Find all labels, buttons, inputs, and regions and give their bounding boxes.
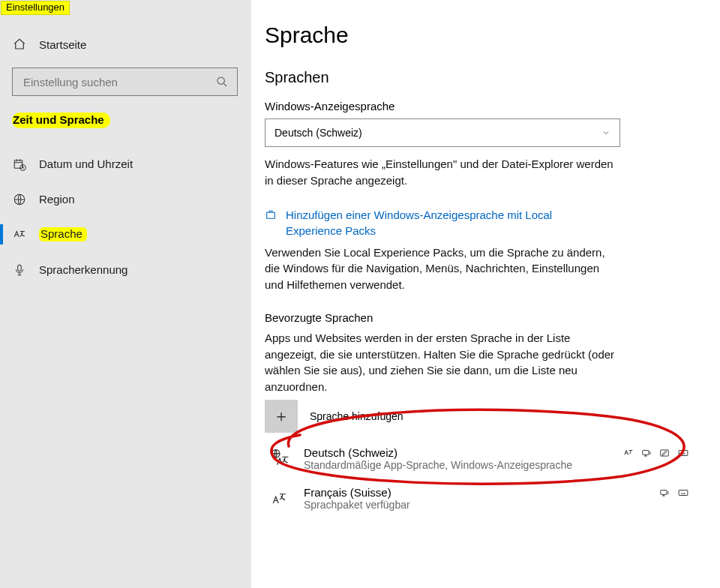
svg-rect-8 <box>679 450 688 455</box>
languages-heading: Sprachen <box>265 69 690 86</box>
sidebar-nav: Datum und Uhrzeit Region Sprache <box>12 146 238 287</box>
feature-display-icon <box>622 448 634 458</box>
microphone-icon <box>12 263 27 277</box>
nav-home[interactable]: Startseite <box>12 28 238 60</box>
section-heading: Zeit und Sprache <box>12 112 110 128</box>
nav-item-label: Datum und Uhrzeit <box>39 158 133 170</box>
chevron-down-icon <box>602 128 610 137</box>
svg-rect-9 <box>661 490 667 494</box>
nav-item-label: Sprache <box>39 227 87 242</box>
feature-keyboard-icon <box>676 488 690 498</box>
search-box[interactable] <box>12 68 238 96</box>
language-features <box>622 448 690 458</box>
nav-item-label: Spracherkennung <box>39 263 128 276</box>
plus-icon: ＋ <box>265 400 298 433</box>
search-input[interactable] <box>22 75 216 89</box>
sidebar: Einstellungen Startseite Zeit und Sprach… <box>0 0 251 588</box>
svg-rect-6 <box>643 450 649 454</box>
feature-tts-icon <box>658 488 670 498</box>
language-pack-icon <box>269 448 292 469</box>
nav-item-label: Region <box>39 193 75 206</box>
language-item-fr[interactable]: Français (Suisse) Sprachpaket verfügbar <box>265 486 690 511</box>
language-item-de[interactable]: Deutsch (Schweiz) Standardmäßige App-Spr… <box>265 446 690 471</box>
home-icon <box>12 38 27 51</box>
preferred-languages-heading: Bevorzugte Sprachen <box>265 311 690 324</box>
page-title: Sprache <box>265 22 690 48</box>
display-language-value: Deutsch (Schweiz) <box>274 127 362 139</box>
nav-home-label: Startseite <box>39 38 86 51</box>
search-icon <box>216 76 228 88</box>
nav-item-date-time[interactable]: Datum und Uhrzeit <box>12 146 238 182</box>
display-language-help: Windows-Features wie „Einstellungen" und… <box>265 156 617 189</box>
language-az-icon <box>12 228 27 242</box>
language-name: Deutsch (Schweiz) <box>304 446 622 459</box>
calendar-clock-icon <box>12 158 27 171</box>
nav-item-region[interactable]: Region <box>12 182 238 217</box>
display-language-label: Windows-Anzeigesprache <box>265 100 690 112</box>
app-title: Einstellungen <box>1 1 70 15</box>
feature-keyboard-icon <box>676 448 690 458</box>
feature-tts-icon <box>640 448 652 458</box>
language-subtitle: Sprachpaket verfügbar <box>304 499 658 511</box>
store-help: Verwenden Sie Local Experience Packs, um… <box>265 244 617 293</box>
svg-rect-1 <box>14 160 22 168</box>
svg-rect-4 <box>18 265 22 271</box>
add-language-button[interactable]: ＋ Sprache hinzufügen <box>265 400 690 433</box>
svg-point-0 <box>218 77 224 84</box>
svg-rect-7 <box>661 450 669 456</box>
language-name: Français (Suisse) <box>304 486 658 499</box>
add-language-label: Sprache hinzufügen <box>310 410 404 422</box>
store-link-text: Hinzufügen einer Windows-Anzeigesprache … <box>286 207 571 238</box>
globe-icon <box>12 193 27 206</box>
display-language-select[interactable]: Deutsch (Schweiz) <box>265 118 620 147</box>
svg-rect-10 <box>679 490 688 495</box>
language-features <box>658 488 690 498</box>
main-content: Sprache Sprachen Windows-Anzeigesprache … <box>251 0 720 588</box>
store-link[interactable]: Hinzufügen einer Windows-Anzeigesprache … <box>265 207 690 238</box>
nav-item-speech[interactable]: Spracherkennung <box>12 252 238 287</box>
language-pack-icon <box>269 488 292 508</box>
language-subtitle: Standardmäßige App-Sprache, Windows-Anze… <box>304 459 622 471</box>
feature-handwriting-icon <box>658 448 670 458</box>
store-icon <box>265 208 278 220</box>
nav-item-language[interactable]: Sprache <box>12 217 238 252</box>
preferred-languages-help: Apps und Websites werden in der ersten S… <box>265 330 617 395</box>
